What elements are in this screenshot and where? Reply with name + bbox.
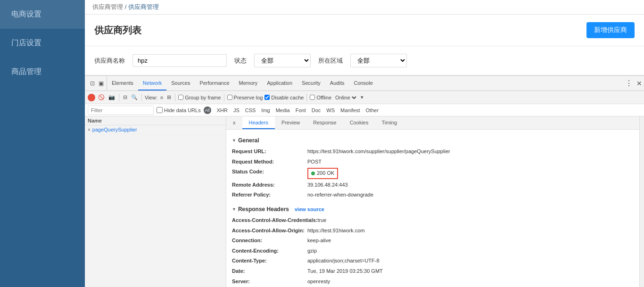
detail-tab-headers[interactable]: Headers xyxy=(242,116,275,129)
detail-tab-x[interactable]: x xyxy=(226,116,242,129)
detail-tab-bar: x Headers Preview Response Cookies Timin… xyxy=(226,116,639,130)
offline-checkbox[interactable]: Offline xyxy=(310,95,331,100)
tab-audits[interactable]: Audits xyxy=(325,76,349,90)
filter-types: XHR JS CSS Img Media Font Doc WS Manifes… xyxy=(215,107,380,114)
filter-css[interactable]: CSS xyxy=(243,107,258,114)
tab-network[interactable]: Network xyxy=(138,76,166,90)
header-request-method: Request Method: POST xyxy=(232,157,634,167)
devtools-icon-group: ⊡ ▣ xyxy=(87,76,107,90)
response-header-row: Content-Type:application/json;charset=UT… xyxy=(232,256,634,266)
filter-doc[interactable]: Doc xyxy=(310,107,323,114)
status-filter-select[interactable]: 全部 xyxy=(254,54,311,67)
devtools-more-icon[interactable]: ⋮ xyxy=(625,79,633,88)
devtools-close-icon[interactable]: ✕ xyxy=(636,80,642,87)
tab-performance[interactable]: Performance xyxy=(195,76,234,90)
response-header-row: Server:openresty xyxy=(232,277,634,287)
breadcrumb-parent[interactable]: 供应商管理 xyxy=(92,3,123,10)
preserve-log-checkbox[interactable]: Preserve log xyxy=(227,95,263,100)
tab-application[interactable]: Application xyxy=(262,76,297,90)
response-headers-section-title[interactable]: Response Headers view source xyxy=(232,206,634,213)
status-filter-label: 状态 xyxy=(234,57,247,65)
filter-bar: 供应商名称 状态 全部 所在区域 全部 xyxy=(85,46,644,75)
sidebar-item-product-management[interactable]: 商品管理 xyxy=(0,57,85,86)
detail-tab-response[interactable]: Response xyxy=(306,116,343,129)
filter-icon[interactable]: ⊟ xyxy=(122,94,128,100)
response-header-row: Date:Tue, 19 Mar 2019 03:25:30 GMT xyxy=(232,266,634,277)
breadcrumb: 供应商管理 / 供应商管理 xyxy=(85,0,644,15)
sidebar-item-ecommerce-settings[interactable]: 电商设置 xyxy=(0,0,85,29)
request-name: pageQuerySupplier xyxy=(92,127,137,132)
detail-tab-preview[interactable]: Preview xyxy=(275,116,306,129)
dropdown-icon[interactable]: ▾ xyxy=(360,94,364,100)
devtools-tab-bar: ⊡ ▣ Elements Network Sources Performance… xyxy=(85,76,644,91)
hide-data-urls-checkbox[interactable]: Hide data URLs xyxy=(157,107,201,113)
tab-memory[interactable]: Memory xyxy=(234,76,263,90)
disable-cache-checkbox[interactable]: Disable cache xyxy=(264,95,304,100)
status-dot xyxy=(311,172,315,175)
tab-security[interactable]: Security xyxy=(297,76,325,90)
detail-panel: x Headers Preview Response Cookies Timin… xyxy=(226,116,639,287)
region-filter-label: 所在区域 xyxy=(318,57,343,65)
sidebar: 电商设置 门店设置 商品管理 xyxy=(0,0,85,287)
add-supplier-button[interactable]: 新增供应商 xyxy=(586,22,635,38)
throttle-select[interactable]: Online xyxy=(333,94,358,101)
devtools-filter-row: Hide data URLs All XHR JS CSS Img Media … xyxy=(85,104,644,116)
general-section-title[interactable]: General xyxy=(232,137,634,144)
name-filter-input[interactable] xyxy=(132,54,227,67)
all-badge[interactable]: All xyxy=(204,107,211,114)
devtools-toolbar: 🚫 📷 ⊟ 🔍 View: ≡ ⊞ Group by frame Preserv… xyxy=(85,91,644,104)
main-content: 供应商管理 / 供应商管理 供应商列表 新增供应商 供应商名称 状态 全部 所在… xyxy=(85,0,644,287)
device-icon[interactable]: ▣ xyxy=(97,80,105,87)
response-header-row: Access-Control-Allow-Origin:https://test… xyxy=(232,226,634,236)
view-label: View: xyxy=(145,95,157,100)
header-remote-address: Remote Address: 39.106.48.24:443 xyxy=(232,180,634,190)
network-filter-input[interactable] xyxy=(88,106,154,115)
name-filter-label: 供应商名称 xyxy=(94,57,125,65)
view-list-icon[interactable]: ≡ xyxy=(159,95,164,100)
header-referrer-policy: Referrer Policy: no-referrer-when-downgr… xyxy=(232,190,634,200)
sidebar-item-store-settings[interactable]: 门店设置 xyxy=(0,29,85,57)
camera-button[interactable]: 📷 xyxy=(107,94,116,100)
status-code-box: 200 OK xyxy=(307,168,338,179)
tab-sources[interactable]: Sources xyxy=(166,76,195,90)
filter-other[interactable]: Other xyxy=(364,107,381,114)
clear-button[interactable]: 🚫 xyxy=(97,94,106,100)
page-header: 供应商列表 新增供应商 xyxy=(85,15,644,46)
inspect-icon[interactable]: ⊡ xyxy=(89,80,96,87)
view-grid-icon[interactable]: ⊞ xyxy=(166,94,172,100)
request-item[interactable]: × pageQuerySupplier xyxy=(85,125,226,134)
filter-font[interactable]: Font xyxy=(294,107,308,114)
group-by-frame-checkbox[interactable]: Group by frame xyxy=(178,95,221,100)
devtools-panel: ⊡ ▣ Elements Network Sources Performance… xyxy=(85,75,644,287)
detail-tab-cookies[interactable]: Cookies xyxy=(343,116,375,129)
filter-manifest[interactable]: Manifest xyxy=(339,107,362,114)
record-button[interactable] xyxy=(88,94,95,101)
header-status-code: Status Code: 200 OK xyxy=(232,167,634,180)
response-header-row: Connection:keep-alive xyxy=(232,236,634,246)
header-request-url: Request URL: https://test.91hiwork.com/s… xyxy=(232,147,634,157)
search-icon[interactable]: 🔍 xyxy=(130,94,139,100)
response-header-row: Access-Control-Allow-Credentials:true xyxy=(232,215,634,226)
detail-tab-timing[interactable]: Timing xyxy=(375,116,404,129)
breadcrumb-current: 供应商管理 xyxy=(128,3,159,10)
view-source-link[interactable]: view source xyxy=(295,206,324,212)
filter-ws[interactable]: WS xyxy=(324,107,337,114)
region-filter-select[interactable]: 全部 xyxy=(350,54,407,67)
tab-elements[interactable]: Elements xyxy=(107,76,138,90)
filter-xhr[interactable]: XHR xyxy=(215,107,230,114)
network-body: Name × pageQuerySupplier x Headers Previ… xyxy=(85,116,644,287)
devtools-corner-buttons: ⋮ ✕ xyxy=(625,79,642,88)
response-header-row: Content-Encoding:gzip xyxy=(232,246,634,256)
detail-scrollbar[interactable] xyxy=(639,116,644,287)
response-headers-list: Access-Control-Allow-Credentials:trueAcc… xyxy=(232,215,634,287)
request-list-header: Name xyxy=(85,116,226,125)
request-close-icon[interactable]: × xyxy=(88,127,91,132)
page-title: 供应商列表 xyxy=(94,24,141,37)
headers-content: General Request URL: https://test.91hiwo… xyxy=(226,130,639,287)
filter-media[interactable]: Media xyxy=(274,107,292,114)
filter-img[interactable]: Img xyxy=(259,107,272,114)
request-list: Name × pageQuerySupplier xyxy=(85,116,226,287)
tab-console[interactable]: Console xyxy=(349,76,377,90)
filter-js[interactable]: JS xyxy=(231,107,241,114)
